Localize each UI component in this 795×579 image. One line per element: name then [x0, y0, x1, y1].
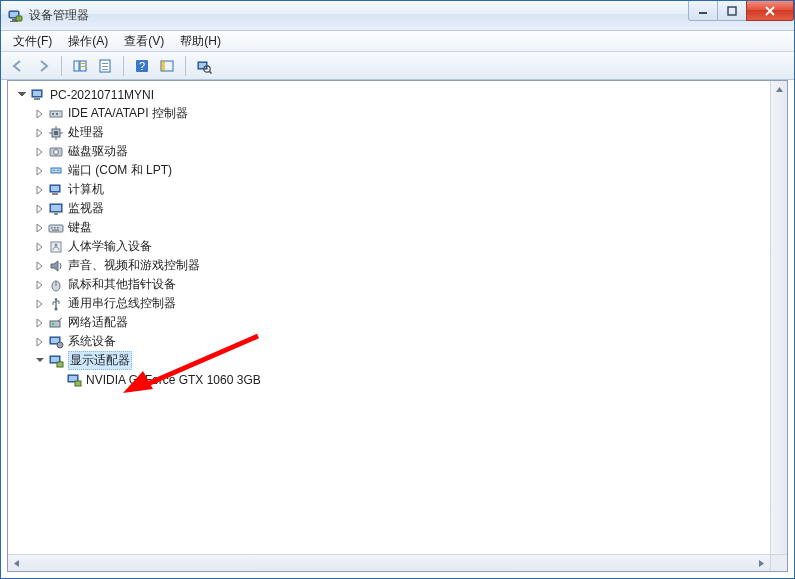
- maximize-button[interactable]: [717, 1, 747, 21]
- menu-bar: 文件(F) 操作(A) 查看(V) 帮助(H): [1, 31, 794, 52]
- tree-item-label: 端口 (COM 和 LPT): [68, 162, 172, 179]
- show-hide-console-button[interactable]: [68, 55, 92, 77]
- tree-item-mouse[interactable]: 鼠标和其他指针设备: [12, 275, 787, 294]
- system-icon: [48, 334, 64, 350]
- svg-point-52: [55, 243, 58, 246]
- tree-item-label: 通用串行总线控制器: [68, 295, 176, 312]
- port-icon: [48, 163, 64, 179]
- svg-rect-7: [74, 61, 79, 71]
- network-icon: [48, 315, 64, 331]
- tree-pane: PC-20210711MYNI IDE ATA/ATAPI 控制器 处理器 磁盘…: [7, 80, 788, 572]
- svg-rect-42: [52, 193, 58, 195]
- device-tree[interactable]: PC-20210711MYNI IDE ATA/ATAPI 控制器 处理器 磁盘…: [8, 81, 787, 389]
- keyboard-icon: [48, 220, 64, 236]
- svg-rect-18: [161, 61, 165, 71]
- expander-icon[interactable]: [34, 203, 46, 215]
- svg-rect-10: [81, 66, 85, 67]
- expander-icon[interactable]: [34, 279, 46, 291]
- tree-item-system[interactable]: 系统设备: [12, 332, 787, 351]
- tree-item-label: 计算机: [68, 181, 104, 198]
- close-button[interactable]: [746, 1, 794, 21]
- expander-icon[interactable]: [34, 222, 46, 234]
- help-button[interactable]: ?: [130, 55, 154, 77]
- tree-item-sound[interactable]: 声音、视频和游戏控制器: [12, 256, 787, 275]
- tree-item-label: 系统设备: [68, 333, 116, 350]
- svg-rect-44: [51, 205, 61, 211]
- back-button[interactable]: [6, 55, 30, 77]
- tree-item-disk[interactable]: 磁盘驱动器: [12, 142, 787, 161]
- vertical-scrollbar[interactable]: [770, 81, 787, 571]
- svg-point-38: [53, 169, 55, 171]
- tree-item-network[interactable]: 网络适配器: [12, 313, 787, 332]
- tree-item-keyboard[interactable]: 键盘: [12, 218, 787, 237]
- tree-item-processor[interactable]: 处理器: [12, 123, 787, 142]
- expander-icon[interactable]: [16, 89, 28, 101]
- menu-help[interactable]: 帮助(H): [172, 31, 229, 52]
- scroll-up-icon[interactable]: [771, 81, 787, 98]
- svg-rect-66: [75, 381, 81, 386]
- tree-item-label: 键盘: [68, 219, 92, 236]
- expander-icon[interactable]: [34, 165, 46, 177]
- tree-item-label: 鼠标和其他指针设备: [68, 276, 176, 293]
- svg-point-60: [57, 342, 63, 348]
- action-pane-button[interactable]: [155, 55, 179, 77]
- expander-icon[interactable]: [34, 260, 46, 272]
- svg-rect-25: [34, 98, 40, 100]
- svg-rect-49: [57, 227, 59, 229]
- expander-icon[interactable]: [34, 184, 46, 196]
- svg-text:?: ?: [139, 60, 145, 72]
- expander-icon[interactable]: [34, 146, 46, 158]
- svg-rect-50: [52, 229, 59, 230]
- scan-hardware-button[interactable]: [192, 55, 216, 77]
- tree-item-computer[interactable]: 计算机: [12, 180, 787, 199]
- tree-item-label: 监视器: [68, 200, 104, 217]
- computer-icon: [30, 87, 46, 103]
- expander-icon[interactable]: [34, 336, 46, 348]
- expander-icon[interactable]: [34, 298, 46, 310]
- scroll-left-icon[interactable]: [8, 555, 25, 571]
- svg-rect-48: [54, 227, 56, 229]
- svg-rect-24: [33, 91, 41, 96]
- svg-rect-2: [12, 19, 16, 21]
- tree-item-monitor[interactable]: 监视器: [12, 199, 787, 218]
- tree-item-label: 处理器: [68, 124, 104, 141]
- tree-item-display-adapters[interactable]: 显示适配器: [12, 351, 787, 370]
- svg-rect-45: [54, 213, 58, 215]
- expander-icon[interactable]: [34, 108, 46, 120]
- properties-button[interactable]: [93, 55, 117, 77]
- svg-rect-4: [16, 16, 22, 21]
- expander-icon[interactable]: [34, 355, 46, 367]
- tree-item-ports[interactable]: 端口 (COM 和 LPT): [12, 161, 787, 180]
- app-icon: [7, 8, 23, 24]
- cpu-icon: [48, 125, 64, 141]
- svg-rect-59: [51, 338, 59, 343]
- title-bar: 设备管理器: [1, 1, 794, 31]
- svg-rect-65: [69, 376, 77, 381]
- tree-item-label: 磁盘驱动器: [68, 143, 128, 160]
- tree-item-usb[interactable]: 通用串行总线控制器: [12, 294, 787, 313]
- svg-rect-47: [51, 227, 53, 229]
- forward-button[interactable]: [31, 55, 55, 77]
- disk-icon: [48, 144, 64, 160]
- svg-point-55: [55, 307, 58, 310]
- speaker-icon: [48, 258, 64, 274]
- scroll-right-icon[interactable]: [753, 555, 770, 571]
- expander-icon[interactable]: [34, 241, 46, 253]
- tree-item-gpu[interactable]: NVIDIA GeForce GTX 1060 3GB: [12, 370, 787, 389]
- svg-rect-28: [56, 113, 58, 115]
- horizontal-scrollbar[interactable]: [8, 554, 770, 571]
- svg-rect-41: [51, 186, 59, 191]
- tree-item-label: 显示适配器: [68, 351, 132, 370]
- expander-icon[interactable]: [34, 127, 46, 139]
- tree-item-hid[interactable]: 人体学输入设备: [12, 237, 787, 256]
- menu-action[interactable]: 操作(A): [60, 31, 116, 52]
- minimize-button[interactable]: [688, 1, 718, 21]
- menu-view[interactable]: 查看(V): [116, 31, 172, 52]
- tree-root[interactable]: PC-20210711MYNI: [12, 85, 787, 104]
- tree-root-label: PC-20210711MYNI: [50, 88, 154, 102]
- tree-item-ide[interactable]: IDE ATA/ATAPI 控制器: [12, 104, 787, 123]
- svg-rect-30: [54, 131, 58, 135]
- menu-file[interactable]: 文件(F): [5, 31, 60, 52]
- expander-icon[interactable]: [34, 317, 46, 329]
- svg-rect-56: [50, 321, 60, 327]
